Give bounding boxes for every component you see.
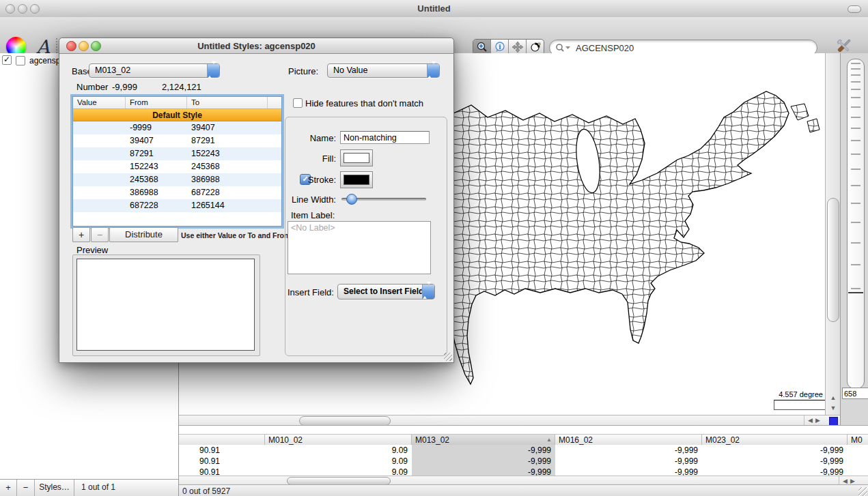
- picture-label: Picture:: [288, 66, 318, 76]
- app-window: Untitled Colors A Fonts: [0, 0, 868, 496]
- dialog-titlebar[interactable]: Untitled Styles: agcensp020: [59, 38, 453, 54]
- info-tool-button[interactable]: i: [491, 40, 509, 55]
- pan-tool-button[interactable]: [509, 40, 527, 55]
- scroll-up-arrow[interactable]: ▲: [826, 393, 841, 403]
- item-label-label: Item Label:: [291, 210, 335, 220]
- table-horizontal-scrollbar[interactable]: ◀▶: [179, 476, 868, 485]
- based-on-popup[interactable]: M013_02: [89, 63, 220, 78]
- preview-label: Preview: [76, 245, 108, 255]
- zoom-tool-icon: [476, 41, 488, 53]
- hide-features-checkbox[interactable]: [293, 98, 303, 108]
- map-vscroll-thumb[interactable]: [827, 198, 839, 322]
- window-titlebar: Untitled: [0, 0, 868, 18]
- selection-count: 0 out of 5927: [182, 486, 230, 496]
- range-row[interactable]: 152243 245368: [73, 160, 281, 173]
- range-row[interactable]: 687228 1265144: [73, 199, 281, 212]
- pan-tool-icon: [512, 41, 524, 53]
- layers-footer: +−Styles…1 out of 1: [0, 479, 179, 496]
- zoom-scale-panel: [840, 53, 868, 428]
- map-hscroll-thumb[interactable]: [299, 416, 391, 426]
- map-hscroll-arrows[interactable]: ◀▶: [804, 415, 823, 426]
- hide-features-label: Hide features that don't match: [305, 98, 423, 108]
- picture-popup[interactable]: No Value: [327, 63, 440, 78]
- stroke-label: Stroke:: [264, 175, 336, 185]
- layer-count: 1 out of 1: [74, 480, 115, 496]
- preview-area: [76, 259, 255, 351]
- search-icon: [555, 43, 572, 53]
- number-min: -9,999: [112, 82, 137, 92]
- remove-range-button[interactable]: −: [91, 227, 109, 242]
- fill-color-well[interactable]: [340, 149, 373, 166]
- line-width-label: Line Width:: [264, 194, 336, 205]
- status-bar: 0 out of 5927: [179, 484, 868, 496]
- data-table-rows: 90.91 9.09 -9,999 -9,999 -9,999 90.91 9.…: [179, 445, 868, 476]
- remove-layer-button[interactable]: −: [17, 480, 35, 496]
- table-row[interactable]: 90.91 9.09 -9,999 -9,999 -9,999: [179, 445, 868, 456]
- item-label-placeholder: <No Label>: [288, 222, 430, 234]
- insert-field-popup[interactable]: Select to Insert Field: [337, 284, 435, 300]
- name-field[interactable]: [340, 131, 430, 144]
- info-tool-icon: i: [494, 41, 506, 53]
- layer-secondary-checkbox[interactable]: [16, 56, 25, 65]
- column-header-m013-sorted[interactable]: M013_02▲: [412, 435, 555, 446]
- fill-label: Fill:: [264, 154, 336, 164]
- column-header-m0[interactable]: M0: [848, 435, 868, 446]
- dialog-title: Untitled Styles: agcensp020: [59, 41, 453, 51]
- fill-color-swatch: [344, 153, 369, 163]
- popup-stepper-icon: [207, 64, 219, 77]
- stroke-color-well[interactable]: [340, 171, 373, 188]
- map-scale-text: 4.557 degree: [741, 390, 823, 398]
- layer-visibility-checkbox[interactable]: ✓: [2, 55, 12, 65]
- table-splitter[interactable]: [179, 425, 868, 435]
- number-label: Number: [76, 82, 108, 92]
- range-hint-text: Use either Value or To and From: [181, 231, 290, 239]
- column-header[interactable]: [179, 435, 265, 446]
- styles-button[interactable]: Styles…: [35, 480, 74, 496]
- window-title: Untitled: [0, 3, 868, 14]
- name-label: Name:: [264, 133, 336, 143]
- rotate-tool-icon: [529, 41, 542, 53]
- table-row[interactable]: 90.91 9.09 -9,999 -9,999 -9,999: [179, 456, 868, 467]
- window-resize-grip[interactable]: [858, 487, 867, 496]
- zoom-ruler[interactable]: [847, 59, 865, 389]
- range-row[interactable]: 386988 687228: [73, 186, 281, 199]
- svg-text:i: i: [499, 44, 501, 50]
- styles-dialog: Untitled Styles: agcensp020 Based on: M0…: [59, 38, 454, 363]
- popup-stepper-icon: [422, 285, 434, 299]
- scroll-down-arrow[interactable]: ▼: [826, 403, 841, 413]
- customize-tools-icon: [835, 37, 853, 55]
- insert-field-label: Insert Field:: [288, 287, 334, 297]
- map-horizontal-scrollbar[interactable]: ◀▶: [179, 415, 841, 426]
- range-row[interactable]: -9999 39407: [73, 121, 281, 134]
- item-label-field[interactable]: <No Label>: [288, 221, 431, 274]
- add-range-button[interactable]: +: [72, 227, 90, 242]
- rotate-tool-button[interactable]: [527, 40, 544, 55]
- zoom-value-field[interactable]: [842, 388, 868, 399]
- search-input[interactable]: [574, 42, 809, 54]
- line-width-slider-knob[interactable]: [346, 194, 357, 205]
- distribute-button[interactable]: Distribute: [109, 227, 178, 242]
- toolbar-toggle-button[interactable]: [848, 5, 861, 13]
- preview-frame: [72, 254, 260, 356]
- map-vertical-scrollbar[interactable]: ▲ ▼: [825, 53, 841, 415]
- default-style-row[interactable]: Default Style: [73, 109, 281, 121]
- range-row[interactable]: 245368 386988: [73, 173, 281, 186]
- column-header-m016[interactable]: M016_02: [555, 435, 702, 446]
- map-scale-bar: [774, 400, 826, 410]
- column-header-m010[interactable]: M010_02: [265, 435, 412, 446]
- sort-ascending-icon: ▲: [546, 437, 552, 443]
- range-table[interactable]: Value From To Default Style -9999 39407 …: [72, 96, 282, 227]
- range-table-header: Value From To: [73, 97, 281, 109]
- stroke-color-swatch: [344, 175, 369, 185]
- range-row[interactable]: 87291 152243: [73, 147, 281, 160]
- layer-name[interactable]: agcensp: [29, 56, 60, 65]
- zoom-tool-button[interactable]: [473, 40, 491, 55]
- dialog-resize-grip[interactable]: [444, 353, 452, 361]
- range-row[interactable]: 39407 87291: [73, 134, 281, 147]
- add-layer-button[interactable]: +: [0, 480, 17, 496]
- table-row[interactable]: 90.91 9.09 -9,999 -9,999 -9,999: [179, 467, 868, 476]
- popup-stepper-icon: [427, 64, 439, 77]
- number-max: 2,124,121: [162, 82, 201, 92]
- column-header-m023[interactable]: M023_02: [702, 435, 848, 446]
